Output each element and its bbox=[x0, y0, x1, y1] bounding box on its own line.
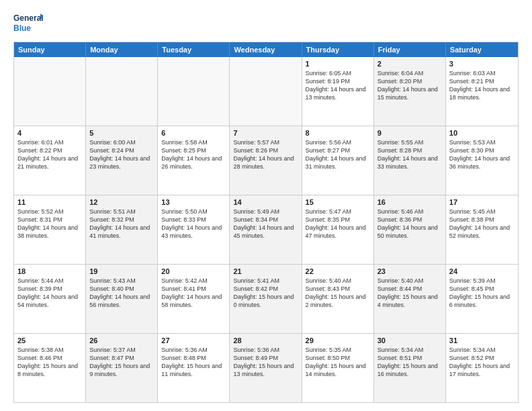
day-cell: 22Sunrise: 5:40 AM Sunset: 8:43 PM Dayli… bbox=[302, 265, 374, 333]
day-info: Sunrise: 5:53 AM Sunset: 8:30 PM Dayligh… bbox=[449, 138, 515, 171]
empty-cell bbox=[86, 57, 158, 126]
day-cell: 24Sunrise: 5:39 AM Sunset: 8:45 PM Dayli… bbox=[446, 265, 518, 333]
calendar-header: SundayMondayTuesdayWednesdayThursdayFrid… bbox=[14, 42, 518, 57]
day-cell: 6Sunrise: 5:58 AM Sunset: 8:25 PM Daylig… bbox=[158, 126, 230, 195]
day-number: 27 bbox=[161, 336, 226, 345]
day-number: 28 bbox=[233, 336, 298, 345]
day-info: Sunrise: 5:50 AM Sunset: 8:33 PM Dayligh… bbox=[161, 208, 226, 240]
day-cell: 2Sunrise: 6:04 AM Sunset: 8:20 PM Daylig… bbox=[374, 57, 446, 126]
day-number: 12 bbox=[89, 198, 154, 206]
svg-text:General: General bbox=[13, 13, 43, 23]
day-info: Sunrise: 6:05 AM Sunset: 8:19 PM Dayligh… bbox=[306, 69, 370, 102]
day-info: Sunrise: 5:51 AM Sunset: 8:32 PM Dayligh… bbox=[89, 208, 154, 240]
day-cell: 23Sunrise: 5:40 AM Sunset: 8:44 PM Dayli… bbox=[374, 265, 446, 333]
day-cell: 5Sunrise: 6:00 AM Sunset: 8:24 PM Daylig… bbox=[86, 126, 158, 195]
logo: General Blue bbox=[13, 11, 43, 35]
calendar-row: 18Sunrise: 5:44 AM Sunset: 8:39 PM Dayli… bbox=[14, 264, 518, 333]
empty-cell bbox=[158, 57, 230, 126]
day-number: 31 bbox=[449, 336, 515, 345]
calendar-row: 25Sunrise: 5:38 AM Sunset: 8:46 PM Dayli… bbox=[14, 333, 518, 402]
day-number: 20 bbox=[161, 267, 226, 275]
calendar: SundayMondayTuesdayWednesdayThursdayFrid… bbox=[13, 42, 519, 403]
day-number: 18 bbox=[17, 267, 82, 275]
day-number: 23 bbox=[378, 267, 442, 275]
day-number: 16 bbox=[378, 198, 442, 206]
day-number: 13 bbox=[161, 198, 226, 206]
day-cell: 12Sunrise: 5:51 AM Sunset: 8:32 PM Dayli… bbox=[86, 195, 158, 264]
day-number: 24 bbox=[449, 267, 515, 275]
day-info: Sunrise: 5:41 AM Sunset: 8:42 PM Dayligh… bbox=[233, 277, 298, 310]
day-cell: 10Sunrise: 5:53 AM Sunset: 8:30 PM Dayli… bbox=[446, 126, 518, 195]
day-number: 6 bbox=[161, 129, 226, 137]
day-cell: 31Sunrise: 5:34 AM Sunset: 8:52 PM Dayli… bbox=[446, 334, 518, 402]
day-cell: 1Sunrise: 6:05 AM Sunset: 8:19 PM Daylig… bbox=[302, 57, 374, 126]
calendar-day-header: Tuesday bbox=[158, 42, 230, 57]
calendar-row: 11Sunrise: 5:52 AM Sunset: 8:31 PM Dayli… bbox=[14, 195, 518, 264]
day-info: Sunrise: 5:46 AM Sunset: 8:36 PM Dayligh… bbox=[378, 208, 442, 240]
empty-cell bbox=[230, 57, 302, 126]
day-number: 11 bbox=[17, 198, 82, 206]
day-info: Sunrise: 5:44 AM Sunset: 8:39 PM Dayligh… bbox=[17, 277, 82, 310]
day-info: Sunrise: 6:03 AM Sunset: 8:21 PM Dayligh… bbox=[449, 69, 515, 102]
day-info: Sunrise: 5:34 AM Sunset: 8:51 PM Dayligh… bbox=[378, 346, 442, 379]
page: General Blue SundayMondayTuesdayWednesda… bbox=[0, 0, 532, 411]
day-number: 3 bbox=[449, 60, 515, 68]
day-info: Sunrise: 5:35 AM Sunset: 8:50 PM Dayligh… bbox=[306, 346, 370, 379]
day-info: Sunrise: 5:36 AM Sunset: 8:49 PM Dayligh… bbox=[233, 346, 298, 379]
day-info: Sunrise: 5:47 AM Sunset: 8:35 PM Dayligh… bbox=[306, 208, 370, 240]
day-number: 10 bbox=[449, 129, 515, 137]
calendar-day-header: Sunday bbox=[14, 42, 86, 57]
empty-cell bbox=[14, 57, 86, 126]
day-cell: 29Sunrise: 5:35 AM Sunset: 8:50 PM Dayli… bbox=[302, 334, 374, 402]
calendar-row: 4Sunrise: 6:01 AM Sunset: 8:22 PM Daylig… bbox=[14, 126, 518, 195]
day-info: Sunrise: 5:34 AM Sunset: 8:52 PM Dayligh… bbox=[449, 346, 515, 379]
day-number: 22 bbox=[306, 267, 370, 275]
day-info: Sunrise: 5:58 AM Sunset: 8:25 PM Dayligh… bbox=[161, 138, 226, 171]
day-cell: 26Sunrise: 5:37 AM Sunset: 8:47 PM Dayli… bbox=[86, 334, 158, 402]
day-cell: 27Sunrise: 5:36 AM Sunset: 8:48 PM Dayli… bbox=[158, 334, 230, 402]
day-number: 15 bbox=[306, 198, 370, 206]
svg-text:Blue: Blue bbox=[13, 24, 31, 33]
calendar-day-header: Monday bbox=[86, 42, 158, 57]
day-number: 8 bbox=[306, 129, 370, 137]
day-number: 9 bbox=[378, 129, 442, 137]
day-number: 2 bbox=[378, 60, 442, 68]
day-number: 17 bbox=[449, 198, 515, 206]
day-cell: 28Sunrise: 5:36 AM Sunset: 8:49 PM Dayli… bbox=[230, 334, 302, 402]
day-number: 29 bbox=[306, 336, 370, 345]
day-number: 4 bbox=[17, 129, 82, 137]
day-number: 7 bbox=[233, 129, 298, 137]
day-cell: 3Sunrise: 6:03 AM Sunset: 8:21 PM Daylig… bbox=[446, 57, 518, 126]
day-cell: 9Sunrise: 5:55 AM Sunset: 8:28 PM Daylig… bbox=[374, 126, 446, 195]
day-cell: 15Sunrise: 5:47 AM Sunset: 8:35 PM Dayli… bbox=[302, 195, 374, 264]
day-number: 30 bbox=[378, 336, 442, 345]
day-cell: 4Sunrise: 6:01 AM Sunset: 8:22 PM Daylig… bbox=[14, 126, 86, 195]
day-number: 19 bbox=[89, 267, 154, 275]
day-info: Sunrise: 5:42 AM Sunset: 8:41 PM Dayligh… bbox=[161, 277, 226, 310]
day-info: Sunrise: 5:45 AM Sunset: 8:38 PM Dayligh… bbox=[449, 208, 515, 240]
day-info: Sunrise: 5:36 AM Sunset: 8:48 PM Dayligh… bbox=[161, 346, 226, 379]
day-number: 1 bbox=[306, 60, 370, 68]
header: General Blue bbox=[13, 11, 519, 35]
day-info: Sunrise: 5:39 AM Sunset: 8:45 PM Dayligh… bbox=[449, 277, 515, 310]
day-cell: 8Sunrise: 5:56 AM Sunset: 8:27 PM Daylig… bbox=[302, 126, 374, 195]
day-info: Sunrise: 6:00 AM Sunset: 8:24 PM Dayligh… bbox=[89, 138, 154, 171]
day-cell: 16Sunrise: 5:46 AM Sunset: 8:36 PM Dayli… bbox=[374, 195, 446, 264]
day-number: 21 bbox=[233, 267, 298, 275]
day-number: 5 bbox=[89, 129, 154, 137]
day-info: Sunrise: 5:40 AM Sunset: 8:43 PM Dayligh… bbox=[306, 277, 370, 310]
day-number: 25 bbox=[17, 336, 82, 345]
day-info: Sunrise: 6:01 AM Sunset: 8:22 PM Dayligh… bbox=[17, 138, 82, 171]
day-cell: 19Sunrise: 5:43 AM Sunset: 8:40 PM Dayli… bbox=[86, 265, 158, 333]
day-cell: 7Sunrise: 5:57 AM Sunset: 8:26 PM Daylig… bbox=[230, 126, 302, 195]
day-cell: 13Sunrise: 5:50 AM Sunset: 8:33 PM Dayli… bbox=[158, 195, 230, 264]
logo-svg: General Blue bbox=[13, 11, 43, 35]
day-cell: 30Sunrise: 5:34 AM Sunset: 8:51 PM Dayli… bbox=[374, 334, 446, 402]
day-cell: 17Sunrise: 5:45 AM Sunset: 8:38 PM Dayli… bbox=[446, 195, 518, 264]
day-number: 26 bbox=[89, 336, 154, 345]
day-cell: 20Sunrise: 5:42 AM Sunset: 8:41 PM Dayli… bbox=[158, 265, 230, 333]
day-info: Sunrise: 5:52 AM Sunset: 8:31 PM Dayligh… bbox=[17, 208, 82, 240]
calendar-day-header: Friday bbox=[374, 42, 446, 57]
day-cell: 11Sunrise: 5:52 AM Sunset: 8:31 PM Dayli… bbox=[14, 195, 86, 264]
day-info: Sunrise: 6:04 AM Sunset: 8:20 PM Dayligh… bbox=[378, 69, 442, 102]
